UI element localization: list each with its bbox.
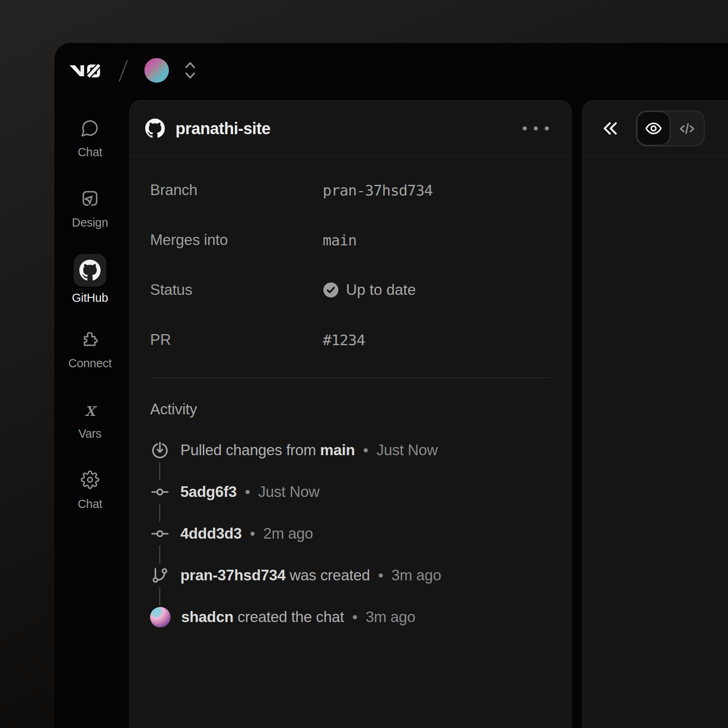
preview-panel [582,100,728,728]
eye-icon [645,119,663,137]
field-label: PR [150,331,323,348]
sidebar-item-settings[interactable]: Chat [54,470,126,511]
github-panel-body: Branch pran-37hsd734 Merges into main St… [130,157,571,627]
variable-x-icon: x [80,400,100,419]
git-branch-icon [150,566,170,585]
activity-text: 4ddd3d3 • 2m ago [180,525,313,542]
activity-text: pran-37hsd734 was created • 3m ago [180,567,441,584]
branch-value: pran-37hsd734 [323,182,433,199]
activity-text: 5adg6f3 • Just Now [180,483,319,501]
sidebar-item-label: GitHub [72,291,108,305]
timeline-connector [159,546,160,564]
activity-text: Pulled changes from main • Just Now [180,442,438,459]
view-mode-toggle [636,110,705,146]
status-text: Up to date [346,281,416,299]
sidebar-item-design[interactable]: Design [54,189,126,229]
sidebar-item-connect[interactable]: Connect [54,329,126,370]
chevrons-left-icon [602,119,620,137]
top-bar [54,43,728,96]
field-label: Branch [150,182,323,199]
sidebar-item-label: Chat [78,497,102,511]
git-commit-icon [150,524,170,544]
more-options-button[interactable] [518,122,553,135]
puzzle-icon [80,329,100,349]
sidebar: Chat Design GitHub [54,118,126,540]
chevron-up-down-icon[interactable] [184,61,196,80]
field-merges-into: Merges into main [150,228,551,252]
activity-timeline: Pulled changes from main • Just Now 5adg… [150,440,551,627]
repo-title: pranathi-site [175,119,270,138]
ellipsis-icon [522,126,549,131]
user-avatar [150,607,171,627]
field-label: Status [150,281,323,299]
check-circle-icon [323,282,339,298]
sidebar-item-chat[interactable]: Chat [54,118,126,159]
timeline-connector [159,462,160,480]
status-badge: Up to date [323,281,416,299]
field-status: Status Up to date [150,278,551,302]
sidebar-item-label: Connect [68,357,112,370]
activity-item-chat-created: shadcn created the chat • 3m ago [150,607,551,627]
timeline-connector [159,504,160,522]
sidebar-item-label: Chat [78,146,102,159]
v0-logo-icon[interactable] [70,61,106,81]
design-icon [80,189,100,208]
section-divider [150,377,551,378]
github-active-tile [74,254,106,287]
field-pr: PR #1234 [150,328,551,352]
sidebar-item-vars[interactable]: x Vars [54,400,126,440]
github-octocat-icon [145,119,165,138]
app-window: Chat Design GitHub [54,43,728,728]
timeline-connector [159,587,160,605]
github-panel-header: pranathi-site [130,101,571,157]
preview-panel-header [582,101,728,157]
activity-item-branch-created: pran-37hsd734 was created • 3m ago [150,566,551,585]
merges-into-value: main [323,232,357,249]
git-commit-icon [150,482,170,502]
activity-item-commit: 5adg6f3 • Just Now [150,482,551,502]
preview-eye-toggle[interactable] [637,111,670,146]
gear-icon [80,470,100,490]
pr-number-value: #1234 [323,332,365,348]
activity-heading: Activity [150,397,551,422]
field-label: Merges into [150,231,323,249]
chat-bubble-icon [80,118,100,138]
github-octocat-icon [79,260,101,281]
activity-text: shadcn created the chat • 3m ago [181,609,416,626]
field-branch: Branch pran-37hsd734 [150,178,551,202]
git-pull-icon [150,440,170,460]
sidebar-item-label: Vars [79,427,101,440]
sidebar-item-label: Design [72,216,108,229]
code-view-toggle[interactable] [670,111,704,146]
project-avatar[interactable] [144,58,169,83]
activity-item-commit: 4ddd3d3 • 2m ago [150,524,551,544]
collapse-panel-button[interactable] [602,119,620,137]
sidebar-item-github[interactable]: GitHub [54,254,126,305]
activity-item-pull: Pulled changes from main • Just Now [150,440,551,460]
breadcrumb-slash [117,59,129,82]
github-panel: pranathi-site Branch pran-37hsd734 Merge… [129,100,572,728]
code-icon [679,120,696,137]
